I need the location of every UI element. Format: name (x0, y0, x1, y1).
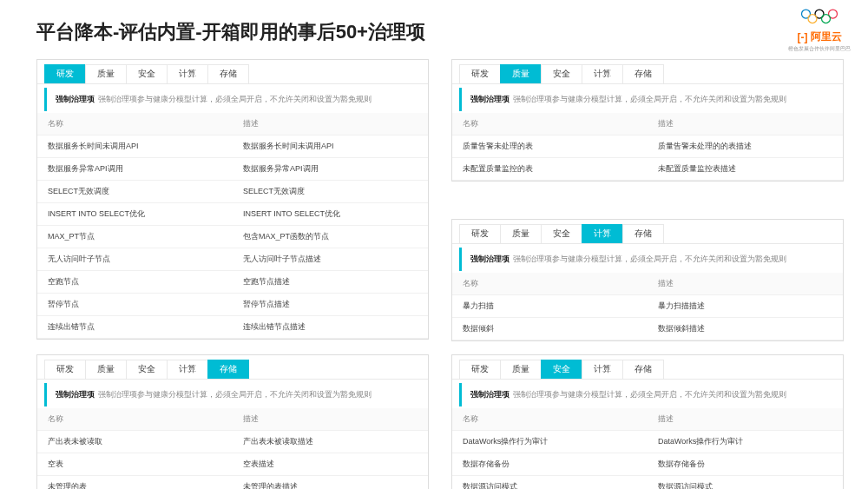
table-row[interactable]: MAX_PT节点包含MAX_PT函数的节点 (37, 226, 428, 248)
cell-name: 暴力扫描 (452, 295, 648, 318)
olympic-rings-icon (799, 9, 839, 24)
tab-rd[interactable]: 研发 (44, 360, 86, 379)
cell-desc: 产出表未被读取描述 (233, 431, 428, 453)
tab-quality[interactable]: 质量 (500, 64, 542, 83)
col-header-name: 名称 (452, 113, 648, 135)
tab-compute[interactable]: 计算 (582, 64, 623, 83)
governance-table: 名称描述暴力扫描暴力扫描描述数据倾斜数据倾斜描述 (452, 273, 843, 340)
tab-storage[interactable]: 存储 (622, 224, 664, 243)
col-header-desc: 描述 (648, 273, 843, 295)
tab-security[interactable]: 安全 (126, 360, 168, 379)
cell-desc: 空跑节点描述 (233, 271, 428, 294)
tab-security[interactable]: 安全 (541, 64, 582, 83)
aliyun-logo: [-] 阿里云 (788, 30, 851, 44)
notice-bar: 强制治理项强制治理项参与健康分模型计算，必须全局开启，不允许关闭和设置为豁免规则 (459, 88, 836, 111)
notice-strong: 强制治理项 (56, 95, 95, 103)
cell-desc: 包含MAX_PT函数的节点 (233, 226, 428, 248)
notice-text: 强制治理项参与健康分模型计算，必须全局开启，不允许关闭和设置为豁免规则 (513, 95, 786, 103)
cell-name: 数据倾斜 (452, 318, 648, 340)
page-title: 平台降本-评估内置-开箱即用的事后50+治理项 (36, 19, 425, 45)
table-row[interactable]: SELECT无效调度SELECT无效调度 (37, 181, 428, 203)
table-row[interactable]: 数据服务长时间未调用API数据服务长时间未调用API (37, 135, 428, 158)
cell-name: 暂停节点 (37, 294, 233, 316)
governance-panel-compute: 研发质量安全计算存储强制治理项强制治理项参与健康分模型计算，必须全局开启，不允许… (451, 219, 844, 341)
cell-name: DataWorks操作行为审计 (452, 431, 648, 453)
cell-desc: 无人访问叶子节点描述 (233, 248, 428, 271)
tab-security[interactable]: 安全 (126, 64, 168, 83)
governance-table: 名称描述质量告警未处理的表质量告警未处理的的表描述未配置质量监控的表未配置质量监… (452, 113, 843, 181)
cell-desc: 空表描述 (233, 453, 428, 476)
tab-compute[interactable]: 计算 (167, 360, 208, 379)
table-row[interactable]: 数据服务异常API调用数据服务异常API调用 (37, 158, 428, 181)
cell-desc: INSERT INTO SELECT优化 (233, 203, 428, 226)
notice-text: 强制治理项参与健康分模型计算，必须全局开启，不允许关闭和设置为豁免规则 (98, 390, 372, 399)
tab-bar: 研发质量安全计算存储 (452, 220, 843, 244)
cell-name: 空跑节点 (37, 271, 233, 294)
tab-storage[interactable]: 存储 (622, 360, 664, 379)
cell-desc: 数据服务长时间未调用API (233, 135, 428, 158)
tab-quality[interactable]: 质量 (500, 360, 542, 379)
cell-desc: 暴力扫描描述 (648, 295, 843, 318)
tab-rd[interactable]: 研发 (459, 224, 501, 243)
tab-quality[interactable]: 质量 (85, 360, 127, 379)
table-row[interactable]: 数据存储备份数据存储备份 (452, 453, 843, 476)
col-header-desc: 描述 (648, 408, 843, 431)
tab-bar: 研发质量安全计算存储 (37, 355, 428, 380)
cell-name: 数据服务长时间未调用API (37, 135, 233, 158)
col-header-name: 名称 (37, 408, 233, 431)
notice-text: 强制治理项参与健康分模型计算，必须全局开启，不允许关闭和设置为豁免规则 (513, 390, 786, 399)
table-row[interactable]: DataWorks操作行为审计DataWorks操作行为审计 (452, 431, 843, 453)
table-row[interactable]: 数据源访问模式数据源访问模式 (452, 476, 843, 490)
tab-security[interactable]: 安全 (541, 224, 582, 243)
tab-compute[interactable]: 计算 (582, 360, 623, 379)
table-row[interactable]: 空跑节点空跑节点描述 (37, 271, 428, 294)
table-row[interactable]: 暂停节点暂停节点描述 (37, 294, 428, 316)
bracket-icon: [-] (798, 31, 808, 43)
notice-strong: 强制治理项 (470, 390, 510, 399)
tab-rd[interactable]: 研发 (459, 360, 501, 379)
tab-quality[interactable]: 质量 (500, 224, 542, 243)
cell-desc: 数据倾斜描述 (648, 318, 843, 340)
tab-compute[interactable]: 计算 (167, 64, 208, 83)
cell-desc: 数据服务异常API调用 (233, 158, 428, 181)
governance-panel-security: 研发质量安全计算存储强制治理项强制治理项参与健康分模型计算，必须全局开启，不允许… (451, 354, 844, 489)
table-row[interactable]: 未管理的表未管理的表描述 (37, 476, 428, 490)
svg-point-3 (808, 15, 817, 23)
table-row[interactable]: 未配置质量监控的表未配置质量监控表描述 (452, 158, 843, 181)
svg-point-4 (822, 15, 831, 23)
tab-compute[interactable]: 计算 (582, 224, 623, 243)
col-header-name: 名称 (452, 273, 648, 295)
table-row[interactable]: 产出表未被读取产出表未被读取描述 (37, 431, 428, 453)
table-row[interactable]: 空表空表描述 (37, 453, 428, 476)
cell-name: 连续出错节点 (37, 316, 233, 339)
cell-desc: 未管理的表描述 (233, 476, 428, 490)
table-row[interactable]: 数据倾斜数据倾斜描述 (452, 318, 843, 340)
table-row[interactable]: INSERT INTO SELECT优化INSERT INTO SELECT优化 (37, 203, 428, 226)
tab-bar: 研发质量安全计算存储 (452, 355, 843, 380)
table-row[interactable]: 连续出错节点连续出错节点描述 (37, 316, 428, 339)
tab-quality[interactable]: 质量 (85, 64, 127, 83)
cell-name: INSERT INTO SELECT优化 (37, 203, 233, 226)
cell-name: MAX_PT节点 (37, 226, 233, 248)
notice-strong: 强制治理项 (56, 390, 95, 399)
cell-name: 数据源访问模式 (452, 476, 648, 490)
tab-security[interactable]: 安全 (541, 360, 582, 379)
table-row[interactable]: 无人访问叶子节点无人访问叶子节点描述 (37, 248, 428, 271)
notice-strong: 强制治理项 (470, 254, 510, 263)
tab-rd[interactable]: 研发 (459, 64, 501, 83)
tab-storage[interactable]: 存储 (207, 64, 249, 83)
governance-panel-storage: 研发质量安全计算存储强制治理项强制治理项参与健康分模型计算，必须全局开启，不允许… (36, 354, 429, 489)
governance-panel-quality: 研发质量安全计算存储强制治理项强制治理项参与健康分模型计算，必须全局开启，不允许… (451, 59, 844, 182)
notice-text: 强制治理项参与健康分模型计算，必须全局开启，不允许关闭和设置为豁免规则 (98, 95, 372, 103)
cell-name: 无人访问叶子节点 (37, 248, 233, 271)
table-row[interactable]: 质量告警未处理的表质量告警未处理的的表描述 (452, 135, 843, 158)
cell-desc: SELECT无效调度 (233, 181, 428, 203)
cell-name: 质量告警未处理的表 (452, 135, 648, 158)
table-row[interactable]: 暴力扫描暴力扫描描述 (452, 295, 843, 318)
cell-name: 未配置质量监控的表 (452, 158, 648, 181)
tab-storage[interactable]: 存储 (207, 360, 249, 379)
tab-storage[interactable]: 存储 (622, 64, 664, 83)
governance-panel-rd: 研发质量安全计算存储强制治理项强制治理项参与健康分模型计算，必须全局开启，不允许… (36, 59, 429, 340)
cell-name: SELECT无效调度 (37, 181, 233, 203)
tab-rd[interactable]: 研发 (44, 64, 86, 83)
